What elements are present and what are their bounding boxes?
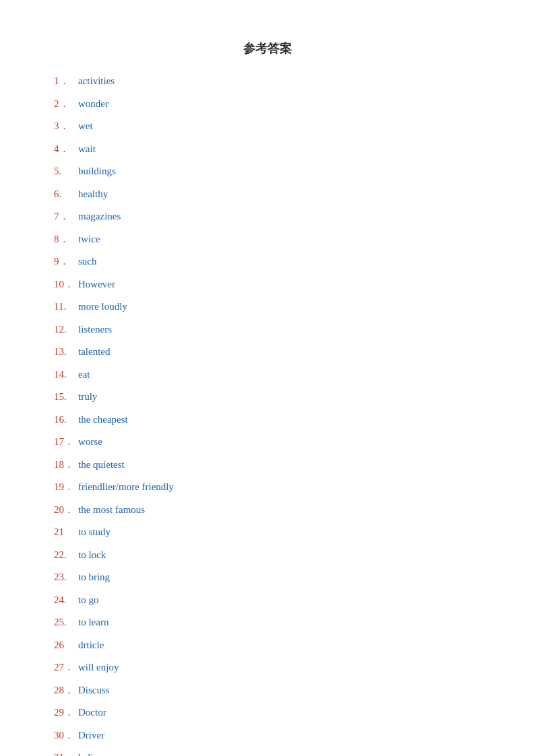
- answer-text: truly: [78, 388, 97, 406]
- answer-number: 31.: [54, 749, 78, 756]
- answer-number: 18．: [54, 456, 78, 474]
- answer-number: 6.: [54, 186, 78, 203]
- answer-text: listeners: [78, 321, 112, 339]
- answer-number: 10．: [54, 276, 78, 294]
- list-item: 19．friendlier/more friendly: [54, 479, 481, 496]
- list-item: 14.eat: [54, 366, 481, 384]
- answer-number: 14.: [54, 366, 78, 384]
- list-item: 2．wonder: [54, 96, 481, 113]
- list-item: 20．the most famous: [54, 502, 481, 519]
- answer-text: to go: [78, 592, 98, 609]
- list-item: 10．However: [54, 276, 481, 294]
- list-item: 11.more loudly: [54, 298, 481, 316]
- answer-text: eat: [78, 366, 90, 384]
- answer-text: Doctor: [78, 704, 106, 722]
- answer-text: the cheapest: [78, 411, 128, 429]
- answer-text: friendlier/more friendly: [78, 479, 174, 496]
- list-item: 4．wait: [54, 141, 481, 158]
- answer-text: buildings: [78, 163, 116, 180]
- list-item: 30．Driver: [54, 727, 481, 745]
- list-item: 15.truly: [54, 388, 481, 406]
- list-item: 29．Doctor: [54, 704, 481, 722]
- list-item: 26drticle: [54, 637, 481, 654]
- answer-text: wet: [78, 118, 93, 135]
- list-item: 25.to learn: [54, 614, 481, 631]
- answer-number: 11.: [54, 298, 78, 316]
- answer-text: wonder: [78, 96, 108, 113]
- answer-text: talented: [78, 343, 110, 361]
- answer-number: 30．: [54, 727, 78, 745]
- answer-number: 2．: [54, 96, 78, 113]
- answer-text: However: [78, 276, 115, 294]
- answer-number: 17．: [54, 434, 78, 451]
- answer-text: to lock: [78, 547, 106, 564]
- answer-text: worse: [78, 434, 102, 451]
- answer-text: more loudly: [78, 298, 127, 316]
- page-title: 参考答案: [54, 40, 481, 57]
- answer-list: 1．activities2．wonder3．wet4．wait5.buildin…: [54, 73, 481, 756]
- answer-number: 29．: [54, 704, 78, 722]
- list-item: 5.buildings: [54, 163, 481, 180]
- list-item: 17．worse: [54, 434, 481, 451]
- answer-text: such: [78, 253, 97, 271]
- answer-number: 21: [54, 524, 78, 541]
- list-item: 8．twice: [54, 231, 481, 248]
- answer-number: 15.: [54, 388, 78, 406]
- answer-number: 5.: [54, 163, 78, 180]
- answer-number: 8．: [54, 231, 78, 248]
- list-item: 3．wet: [54, 118, 481, 135]
- answer-number: 28．: [54, 682, 78, 699]
- list-item: 27．will enjoy: [54, 659, 481, 677]
- answer-text: wait: [78, 141, 96, 158]
- page: 参考答案 1．activities2．wonder3．wet4．wait5.bu…: [0, 0, 535, 756]
- answer-text: to study: [78, 524, 111, 541]
- list-item: 23.to bring: [54, 569, 481, 586]
- answer-text: drticle: [78, 637, 104, 654]
- answer-number: 12.: [54, 321, 78, 339]
- answer-text: Discuss: [78, 682, 110, 699]
- list-item: 22.to lock: [54, 547, 481, 564]
- answer-number: 19．: [54, 479, 78, 496]
- list-item: 21to study: [54, 524, 481, 541]
- list-item: 28．Discuss: [54, 682, 481, 699]
- list-item: 13.talented: [54, 343, 481, 361]
- answer-number: 7．: [54, 208, 78, 226]
- answer-number: 26: [54, 637, 78, 654]
- answer-number: 23.: [54, 569, 78, 586]
- answer-number: 4．: [54, 141, 78, 158]
- answer-text: to bring: [78, 569, 110, 586]
- answer-text: believe: [78, 749, 107, 756]
- list-item: 6.healthy: [54, 186, 481, 203]
- list-item: 12.listeners: [54, 321, 481, 339]
- list-item: 16.the cheapest: [54, 411, 481, 429]
- answer-number: 9．: [54, 253, 78, 271]
- list-item: 24.to go: [54, 592, 481, 609]
- list-item: 18．the quietest: [54, 456, 481, 474]
- list-item: 7．magazines: [54, 208, 481, 226]
- list-item: 9．such: [54, 253, 481, 271]
- answer-text: will enjoy: [78, 659, 119, 677]
- list-item: 31.believe: [54, 749, 481, 756]
- answer-number: 1．: [54, 73, 78, 90]
- answer-text: magazines: [78, 208, 121, 226]
- answer-number: 25.: [54, 614, 78, 631]
- answer-text: twice: [78, 231, 100, 248]
- answer-text: healthy: [78, 186, 108, 203]
- answer-text: activities: [78, 73, 115, 90]
- answer-number: 22.: [54, 547, 78, 564]
- answer-number: 3．: [54, 118, 78, 135]
- answer-number: 13.: [54, 343, 78, 361]
- answer-number: 27．: [54, 659, 78, 677]
- answer-text: Driver: [78, 727, 104, 745]
- answer-text: the most famous: [78, 502, 145, 519]
- answer-number: 16.: [54, 411, 78, 429]
- list-item: 1．activities: [54, 73, 481, 90]
- answer-number: 24.: [54, 592, 78, 609]
- answer-number: 20．: [54, 502, 78, 519]
- answer-text: the quietest: [78, 456, 125, 474]
- answer-text: to learn: [78, 614, 108, 631]
